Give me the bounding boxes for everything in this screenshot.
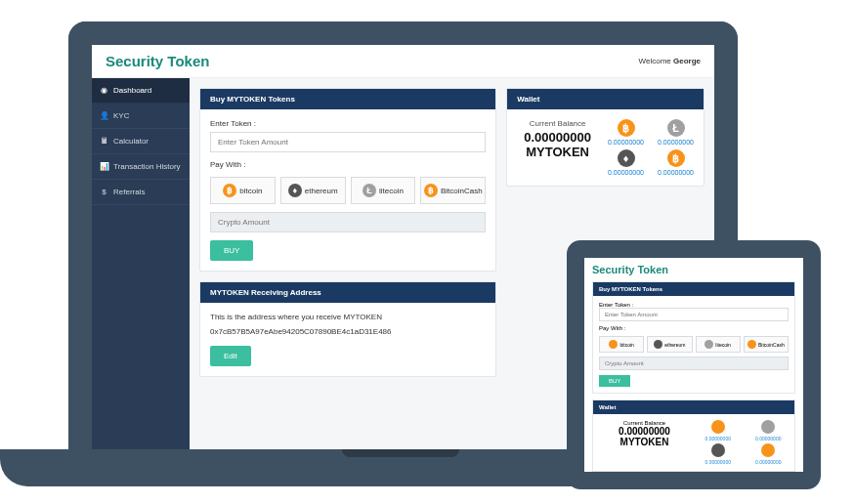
tablet-paywith-label: Pay With : xyxy=(599,325,789,331)
sidebar-item-calculator[interactable]: 🖩 Calculator xyxy=(92,129,190,154)
tablet-buy-header: Buy MYTOKEN Tokens xyxy=(593,282,794,296)
balance-label: Current Balance xyxy=(517,119,598,128)
sidebar-item-label: Dashboard xyxy=(113,86,151,95)
calculator-icon: 🖩 xyxy=(100,137,108,146)
wallet-coin-value: 0.00000000 xyxy=(608,169,644,176)
receiving-address-body: This is the address where you receive MY… xyxy=(200,303,495,376)
sidebar-item-dashboard[interactable]: ◉ Dashboard xyxy=(92,78,190,104)
litecoin-icon: Ł xyxy=(363,184,376,197)
pay-bitcoincash-button[interactable]: ฿ BitcoinCash xyxy=(420,177,486,204)
tablet-coin-eth: 0.00000000 xyxy=(698,443,739,465)
sidebar-item-referrals[interactable]: $ Referrals xyxy=(92,180,190,205)
laptop-notch xyxy=(342,449,459,457)
tablet-buy-body: Enter Token : Pay With : bitcoin ethereu… xyxy=(593,296,794,393)
crypto-amount-input[interactable] xyxy=(210,212,486,232)
wallet-coin-value: 0.00000000 xyxy=(658,139,694,146)
ethereum-icon xyxy=(711,443,725,457)
tablet-coin-btc: 0.00000000 xyxy=(698,420,739,441)
balance-amount: 0.00000000 MYTOKEN xyxy=(517,130,598,159)
user-icon: 👤 xyxy=(100,111,108,120)
sidebar-item-label: KYC xyxy=(113,111,129,120)
tablet-app: Security Token Buy MYTOKEN Tokens Enter … xyxy=(584,258,803,472)
tablet-pay-methods: bitcoin ethereum litecoin BitcoinCash xyxy=(599,336,789,353)
buy-button[interactable]: BUY xyxy=(210,240,253,261)
tablet-mockup: Security Token Buy MYTOKEN Tokens Enter … xyxy=(567,240,821,489)
enter-token-input[interactable] xyxy=(210,132,486,152)
brand-title: Security Token xyxy=(106,53,209,69)
receiving-address-card: MYTOKEN Receiving Address This is the ad… xyxy=(199,281,496,377)
wallet-coin-btc: ฿ 0.00000000 xyxy=(608,119,644,146)
pay-bitcoin-button[interactable]: ฿ bitcoin xyxy=(210,177,276,204)
pay-method-label: litecoin xyxy=(379,187,404,195)
pay-with-label: Pay With : xyxy=(210,160,486,169)
tablet-balance-amount: 0.00000000 MYTOKEN xyxy=(599,426,690,447)
sidebar: ◉ Dashboard 👤 KYC 🖩 Calculator 📊 Transac… xyxy=(92,78,190,451)
tablet-buy-card: Buy MYTOKEN Tokens Enter Token : Pay Wit… xyxy=(592,281,795,394)
tablet-wallet-card: Wallet Current Balance 0.00000000 MYTOKE… xyxy=(592,399,795,472)
bitcoincash-icon: ฿ xyxy=(424,184,438,197)
topbar: Security Token Welcome George xyxy=(92,45,714,78)
bitcoincash-icon xyxy=(761,443,775,457)
pay-method-label: BitcoinCash xyxy=(441,187,483,195)
enter-token-label: Enter Token : xyxy=(210,119,486,128)
wallet-header: Wallet xyxy=(507,89,704,109)
welcome-user: George xyxy=(673,57,701,65)
wallet-body: Current Balance 0.00000000 MYTOKEN ฿ 0.0… xyxy=(507,109,704,186)
receiving-address-value: 0x7cB57B5A97eAbe94205C07890BE4c1aD31E486 xyxy=(210,327,486,336)
payment-methods: ฿ bitcoin ♦ ethereum Ł litecoin xyxy=(210,177,486,204)
tablet-pay-ethereum[interactable]: ethereum xyxy=(647,336,692,353)
welcome-text: Welcome George xyxy=(639,57,701,65)
litecoin-icon xyxy=(761,420,775,434)
left-column: Buy MYTOKEN Tokens Enter Token : Pay Wit… xyxy=(199,88,496,441)
sidebar-item-label: Transaction History xyxy=(113,162,181,171)
tablet-brand: Security Token xyxy=(592,264,795,275)
receiving-address-header: MYTOKEN Receiving Address xyxy=(200,282,495,303)
sidebar-item-kyc[interactable]: 👤 KYC xyxy=(92,104,190,129)
bitcoin-icon xyxy=(711,420,725,434)
welcome-prefix: Welcome xyxy=(639,57,671,65)
bitcoin-icon: ฿ xyxy=(618,119,635,137)
pay-litecoin-button[interactable]: Ł litecoin xyxy=(351,177,416,204)
wallet-coin-ltc: Ł 0.00000000 xyxy=(658,119,694,146)
tablet-pay-bitcoincash[interactable]: BitcoinCash xyxy=(744,336,789,353)
bitcoin-icon: ฿ xyxy=(223,184,236,197)
wallet-coin-bch: ฿ 0.00000000 xyxy=(658,149,694,176)
tablet-balance: Current Balance 0.00000000 MYTOKEN xyxy=(599,420,690,465)
bitcoincash-icon: ฿ xyxy=(667,149,685,167)
wallet-card: Wallet Current Balance 0.00000000 MYTOKE… xyxy=(506,88,705,187)
chart-icon: 📊 xyxy=(100,162,108,171)
tablet-buy-button[interactable]: BUY xyxy=(599,375,630,387)
receiving-address-desc: This is the address where you receive MY… xyxy=(210,313,486,321)
pay-method-label: bitcoin xyxy=(239,187,262,195)
buy-tokens-header: Buy MYTOKEN Tokens xyxy=(200,89,495,109)
wallet-coins-grid: ฿ 0.00000000 Ł 0.00000000 ♦ 0.00000000 xyxy=(608,119,694,176)
litecoin-icon: Ł xyxy=(667,119,685,137)
sidebar-item-label: Calculator xyxy=(113,137,149,146)
wallet-coin-eth: ♦ 0.00000000 xyxy=(608,149,644,176)
ethereum-icon: ♦ xyxy=(288,184,302,197)
tablet-pay-bitcoin[interactable]: bitcoin xyxy=(599,336,644,353)
pay-ethereum-button[interactable]: ♦ ethereum xyxy=(280,177,346,204)
litecoin-icon xyxy=(705,340,713,349)
edit-address-button[interactable]: Edit xyxy=(210,346,251,366)
dashboard-icon: ◉ xyxy=(100,86,108,95)
wallet-coin-value: 0.00000000 xyxy=(608,139,644,146)
tablet-pay-litecoin[interactable]: litecoin xyxy=(696,336,741,353)
wallet-balance: Current Balance 0.00000000 MYTOKEN xyxy=(517,119,598,159)
sidebar-item-transaction-history[interactable]: 📊 Transaction History xyxy=(92,154,190,180)
tablet-coin-bch: 0.00000000 xyxy=(748,443,790,465)
dollar-icon: $ xyxy=(100,188,108,196)
sidebar-item-label: Referrals xyxy=(113,188,145,196)
buy-tokens-card: Buy MYTOKEN Tokens Enter Token : Pay Wit… xyxy=(199,88,496,272)
tablet-wallet-body: Current Balance 0.00000000 MYTOKEN 0.000… xyxy=(593,414,794,471)
pay-method-label: ethereum xyxy=(305,187,338,195)
ethereum-icon xyxy=(654,340,662,349)
tablet-enter-input[interactable] xyxy=(599,308,789,321)
wallet-coin-value: 0.00000000 xyxy=(658,169,694,176)
tablet-wallet-header: Wallet xyxy=(593,400,794,414)
tablet-crypto-amount[interactable] xyxy=(599,357,789,370)
buy-tokens-body: Enter Token : Pay With : ฿ bitcoin ♦ xyxy=(200,109,495,271)
tablet-coin-ltc: 0.00000000 xyxy=(748,420,790,441)
bitcoincash-icon xyxy=(747,340,756,349)
tablet-coins-grid: 0.00000000 0.00000000 0.00000000 0.00000… xyxy=(698,420,789,465)
